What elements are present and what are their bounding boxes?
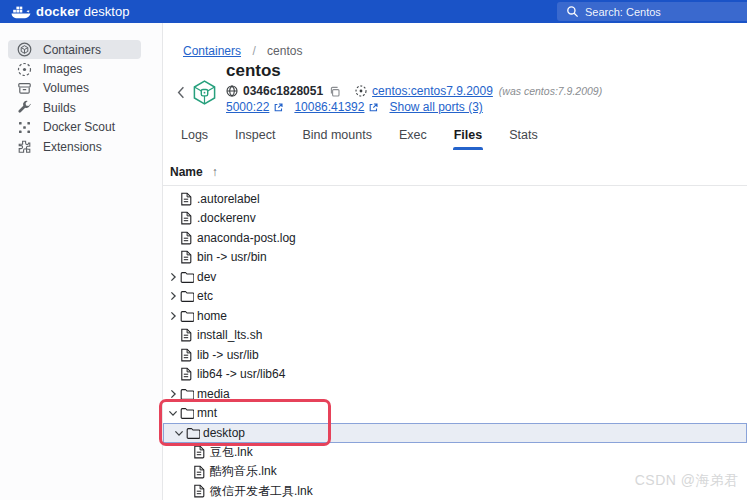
file-name: 酷狗音乐.lnk [210,463,277,480]
tree-row-home[interactable]: home [163,306,747,326]
file-name: .dockerenv [197,211,256,225]
docker-scout-icon [17,120,32,135]
chevron-down-icon[interactable] [174,427,186,439]
chevron-spacer [181,466,193,478]
header-divider [163,185,747,186]
file-icon [180,211,197,225]
file-name: .autorelabel [197,192,260,206]
sidebar-item-extensions[interactable]: Extensions [8,137,141,156]
file-name: anaconda-post.log [197,231,296,245]
chevron-right-icon[interactable] [168,388,180,400]
watermark: CSDN @海弟君 [635,472,739,490]
file-icon [180,192,197,206]
builds-icon [17,100,32,115]
tree-row-autorelabel[interactable]: .autorelabel [163,189,747,209]
search-icon [566,5,579,18]
container-cube-icon [191,79,218,110]
column-name-header[interactable]: Name [170,165,203,179]
sidebar: ContainersImagesVolumesBuildsDocker Scou… [0,23,163,500]
file-name: etc [197,289,213,303]
external-link-icon[interactable] [369,103,378,112]
folder-icon [180,407,197,419]
file-icon [180,328,197,342]
sidebar-item-label: Builds [43,101,76,115]
image-link[interactable]: centos:centos7.9.2009 [372,84,493,98]
file-name: lib -> usr/lib [197,348,259,362]
brand-desktop: desktop [84,4,130,19]
chevron-spacer [168,349,180,361]
show-all-ports-link[interactable]: Show all ports (3) [389,100,482,114]
file-icon [180,231,197,245]
sidebar-item-volumes[interactable]: Volumes [8,79,141,98]
sidebar-item-label: Images [43,62,82,76]
chevron-down-icon[interactable] [168,407,180,419]
search-text: Search: Centos [585,6,661,18]
chevron-right-icon[interactable] [168,310,180,322]
tree-row-etc[interactable]: etc [163,287,747,307]
sidebar-item-docker-scout[interactable]: Docker Scout [8,118,141,137]
image-icon [355,85,367,97]
chevron-right-icon[interactable] [168,290,180,302]
containers-icon [17,42,32,57]
file-icon [193,465,210,479]
folder-icon [180,271,197,283]
copy-icon[interactable] [329,86,340,97]
tree-row-mnt[interactable]: mnt [163,404,747,424]
tab-inspect[interactable]: Inspect [234,122,276,150]
folder-icon [180,388,197,400]
folder-icon [180,310,197,322]
file-name: 微信开发者工具.lnk [210,483,313,500]
docker-desktop-logo[interactable]: dockerdesktop [11,0,129,23]
external-link-icon[interactable] [274,103,283,112]
tree-row-bin-usr-bin[interactable]: bin -> usr/bin [163,248,747,268]
image-was-label: (was centos:7.9.2009) [499,85,602,97]
chevron-spacer [168,368,180,380]
chevron-spacer [181,446,193,458]
tree-row-dev[interactable]: dev [163,267,747,287]
sidebar-item-label: Volumes [43,81,89,95]
topbar: dockerdesktop Search: Centos [0,0,747,23]
breadcrumb-separator: / [252,44,255,58]
breadcrumb-current: centos [267,44,302,58]
tab-bind-mounts[interactable]: Bind mounts [301,122,372,150]
sidebar-item-containers[interactable]: Containers [8,40,141,59]
file-icon [180,348,197,362]
main-panel: Containers / centos centos 0346c1828051 [163,23,747,500]
tree-row-豆包-lnk[interactable]: 豆包.lnk [163,443,747,463]
back-chevron-button[interactable] [177,85,189,99]
chevron-spacer [181,485,193,497]
ports-row: 5000:22 10086:41392 Show all ports (3) [226,100,483,114]
file-name: install_lts.sh [197,328,262,342]
folder-icon [180,290,197,302]
tab-files[interactable]: Files [453,122,484,150]
tree-row-lib64-usr-lib64[interactable]: lib64 -> usr/lib64 [163,365,747,385]
breadcrumb: Containers / centos [183,44,302,58]
tree-row-anaconda-post-log[interactable]: anaconda-post.log [163,228,747,248]
tree-row-desktop[interactable]: desktop [163,423,747,443]
tree-row-dockerenv[interactable]: .dockerenv [163,209,747,229]
global-search-input[interactable]: Search: Centos [557,2,747,21]
sidebar-item-images[interactable]: Images [8,59,141,78]
sort-asc-icon[interactable]: ↑ [212,165,218,179]
container-meta-row: 0346c1828051 centos:centos7.9.2009 (was … [226,84,602,98]
tree-row-media[interactable]: media [163,384,747,404]
brand-docker: docker [36,4,80,19]
file-name: media [197,387,230,401]
chevron-spacer [168,232,180,244]
port-link-10086[interactable]: 10086:41392 [294,100,364,114]
tree-row-lib-usr-lib[interactable]: lib -> usr/lib [163,345,747,365]
file-name: desktop [203,426,245,440]
chevron-spacer [168,193,180,205]
file-name: lib64 -> usr/lib64 [197,367,285,381]
tab-stats[interactable]: Stats [508,122,539,150]
docker-desktop-window: dockerdesktop Search: Centos ContainersI… [0,0,747,500]
sidebar-item-label: Docker Scout [43,120,115,134]
tab-logs[interactable]: Logs [180,122,209,150]
sidebar-item-builds[interactable]: Builds [8,98,141,117]
breadcrumb-containers-link[interactable]: Containers [183,44,241,58]
tree-row-install-lts-sh[interactable]: install_lts.sh [163,326,747,346]
port-link-5000[interactable]: 5000:22 [226,100,269,114]
file-icon [180,367,197,381]
chevron-right-icon[interactable] [168,271,180,283]
tab-exec[interactable]: Exec [398,122,428,150]
